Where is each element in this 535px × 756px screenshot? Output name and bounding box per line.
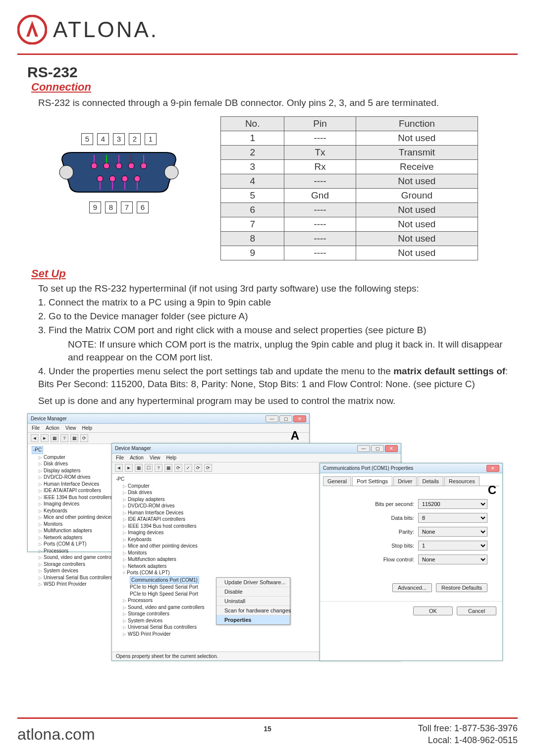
- menu-action[interactable]: Action: [130, 455, 144, 460]
- footer-toll: Toll free: 1-877-536-3976: [418, 723, 518, 734]
- table-row: 6----Not used: [221, 202, 478, 217]
- ctx-uninstall[interactable]: Uninstall: [216, 596, 290, 605]
- tool-icon[interactable]: ▦: [70, 434, 78, 442]
- db9-shell-icon: [54, 150, 183, 197]
- header: ATLONA.: [17, 15, 518, 55]
- maximize-button[interactable]: ▢: [371, 445, 384, 452]
- table-row: 7----Not used: [221, 217, 478, 231]
- pin-1: 1: [145, 133, 157, 145]
- pin-6: 6: [137, 202, 149, 213]
- bps-select[interactable]: 115200: [418, 499, 487, 509]
- window-b-title: Device Manager: [115, 446, 151, 451]
- ctx-update-driver[interactable]: Update Driver Software...: [216, 578, 290, 587]
- brand-wordmark: ATLONA.: [53, 17, 159, 42]
- table-row: 9----Not used: [221, 246, 478, 260]
- back-button[interactable]: ◄: [31, 434, 39, 442]
- ok-button[interactable]: OK: [413, 606, 453, 615]
- step-1: 1. Connect the matrix to a PC using a 9p…: [38, 296, 518, 309]
- menu-view[interactable]: View: [65, 425, 76, 431]
- page-number: 15: [264, 725, 271, 733]
- ctx-scan[interactable]: Scan for hardware changes: [216, 605, 290, 615]
- table-row: 2TxTransmit: [221, 145, 478, 159]
- step-3: 3. Find the Matrix COM port and right cl…: [38, 324, 518, 337]
- advanced-button[interactable]: Advanced...: [392, 583, 432, 592]
- menu-help[interactable]: Help: [82, 425, 92, 431]
- tool-icon[interactable]: ✓: [184, 464, 192, 472]
- tool-icon[interactable]: ?: [60, 434, 68, 442]
- pin-row-bottom: 9 8 7 6: [89, 202, 149, 213]
- close-button[interactable]: ✕: [486, 465, 499, 472]
- svg-point-10: [122, 176, 128, 182]
- section-title: RS-232: [27, 64, 518, 81]
- tab-driver[interactable]: Driver: [393, 476, 417, 486]
- svg-point-0: [18, 16, 46, 44]
- fwd-button[interactable]: ►: [125, 464, 133, 472]
- connection-intro: RS-232 is connected through a 9-pin fema…: [38, 97, 518, 109]
- stopbits-label: Stop bits:: [370, 543, 414, 549]
- parity-select[interactable]: None: [418, 527, 487, 537]
- tool-icon[interactable]: ?: [155, 464, 162, 472]
- fwd-button[interactable]: ►: [41, 434, 49, 442]
- svg-point-8: [97, 176, 103, 182]
- tool-icon[interactable]: ⟳: [80, 434, 88, 442]
- close-button[interactable]: ✕: [385, 445, 398, 452]
- col-function: Function: [356, 116, 478, 131]
- tool-icon[interactable]: ⟳: [174, 464, 182, 472]
- setup-heading: Set Up: [31, 267, 518, 280]
- minimize-button[interactable]: —: [266, 415, 278, 422]
- svg-point-4: [104, 163, 109, 169]
- ctx-properties[interactable]: Properties: [216, 615, 290, 624]
- menu-help[interactable]: Help: [166, 455, 176, 460]
- brand-logo-icon: [17, 15, 47, 45]
- ctx-disable[interactable]: Disable: [216, 587, 290, 596]
- cancel-button[interactable]: Cancel: [457, 606, 496, 615]
- tab-port-settings[interactable]: Port Settings: [352, 476, 392, 486]
- restore-defaults-button[interactable]: Restore Defaults: [436, 583, 487, 592]
- tab-details[interactable]: Details: [418, 476, 443, 486]
- svg-point-3: [91, 163, 97, 169]
- pin-5: 5: [81, 133, 93, 145]
- flow-label: Flow control:: [370, 556, 414, 562]
- svg-point-7: [141, 163, 147, 169]
- databits-label: Data bits:: [370, 515, 414, 521]
- step-2: 2. Go to the Device manager folder (see …: [38, 310, 518, 323]
- stopbits-select[interactable]: 1: [418, 541, 487, 551]
- table-row: 4----Not used: [221, 174, 478, 188]
- menu-action[interactable]: Action: [46, 425, 59, 431]
- flow-select[interactable]: None: [418, 554, 487, 564]
- minimize-button[interactable]: —: [357, 445, 370, 452]
- tool-icon[interactable]: ⟳: [194, 464, 202, 472]
- pin-row-top: 5 4 3 2 1: [81, 133, 157, 145]
- label-a: A: [291, 429, 299, 443]
- connection-heading: Connection: [31, 81, 518, 94]
- col-no: No.: [221, 116, 284, 131]
- tree-root[interactable]: -PC: [32, 446, 43, 454]
- setup-done: Set up is done and any hyperterminal pro…: [38, 396, 518, 406]
- step-3-note: NOTE: If unsure which COM port is the ma…: [68, 338, 518, 364]
- tool-icon[interactable]: ⟳: [204, 464, 212, 472]
- pin-3: 3: [113, 133, 125, 145]
- databits-select[interactable]: 8: [418, 513, 487, 523]
- footer-site: atlona.com: [17, 725, 95, 744]
- window-c-properties: Communications Port (COM1) Properties ✕ …: [320, 463, 503, 661]
- parity-label: Parity:: [370, 529, 414, 535]
- menu-view[interactable]: View: [150, 455, 160, 460]
- setup-intro: To set up the RS-232 hyperterminal (if n…: [38, 282, 518, 295]
- back-button[interactable]: ◄: [115, 464, 123, 472]
- tool-icon[interactable]: ▦: [51, 434, 58, 442]
- pin-7: 7: [121, 202, 133, 213]
- tab-resources[interactable]: Resources: [444, 476, 480, 486]
- menu-file[interactable]: File: [32, 425, 40, 431]
- menu-file[interactable]: File: [116, 455, 124, 460]
- tab-general[interactable]: General: [323, 476, 351, 486]
- maximize-button[interactable]: ▢: [279, 415, 292, 422]
- window-c-title: Communications Port (COM1) Properties: [323, 465, 413, 471]
- screenshots-area: Device Manager — ▢ ✕ File Action View He…: [27, 413, 518, 661]
- svg-point-1: [59, 165, 73, 179]
- tool-icon[interactable]: ▦: [164, 464, 172, 472]
- footer: atlona.com 15 Toll free: 1-877-536-3976 …: [17, 717, 518, 746]
- pin-9: 9: [89, 202, 101, 213]
- tool-icon[interactable]: ▦: [135, 464, 143, 472]
- close-button[interactable]: ✕: [293, 415, 306, 422]
- tool-icon[interactable]: ☐: [145, 464, 153, 472]
